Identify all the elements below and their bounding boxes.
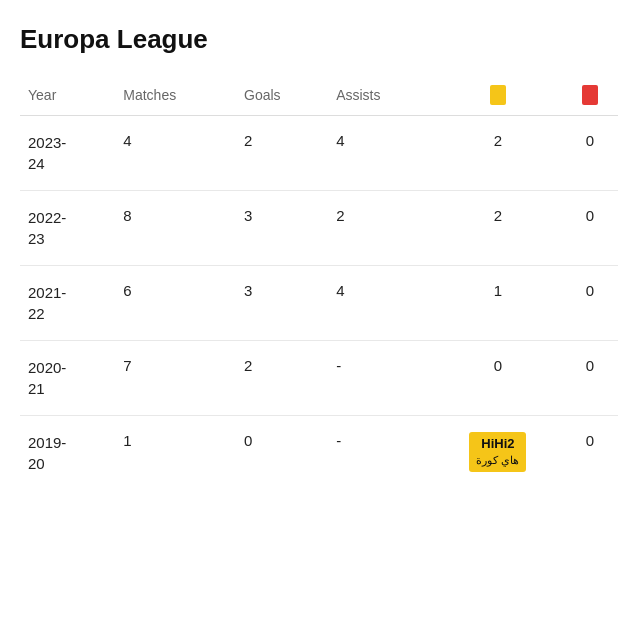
- table-row: 2019- 2010-HiHi2هاي كورة0: [20, 416, 618, 491]
- cell-yellow-cards: 1: [434, 266, 562, 341]
- cell-year: 2023- 24: [20, 116, 115, 191]
- table-row: 2020- 2172-00: [20, 341, 618, 416]
- table-row: 2023- 2442420: [20, 116, 618, 191]
- cell-red-cards: 0: [562, 116, 618, 191]
- cell-goals: 2: [236, 341, 328, 416]
- cell-assists: 4: [328, 266, 434, 341]
- cell-assists: -: [328, 416, 434, 491]
- watermark-badge: HiHi2هاي كورة: [469, 432, 526, 472]
- table-row: 2022- 2383220: [20, 191, 618, 266]
- col-header-assists: Assists: [328, 75, 434, 116]
- cell-red-cards: 0: [562, 266, 618, 341]
- stats-table: Year Matches Goals Assists 2023- 2442420…: [20, 75, 618, 490]
- col-header-yellow-card: [434, 75, 562, 116]
- cell-goals: 0: [236, 416, 328, 491]
- cell-yellow-cards: 2: [434, 116, 562, 191]
- red-card-icon: [582, 85, 598, 105]
- cell-matches: 6: [115, 266, 236, 341]
- col-header-goals: Goals: [236, 75, 328, 116]
- cell-year: 2022- 23: [20, 191, 115, 266]
- cell-assists: 4: [328, 116, 434, 191]
- cell-goals: 3: [236, 266, 328, 341]
- table-header-row: Year Matches Goals Assists: [20, 75, 618, 116]
- col-header-red-card: [562, 75, 618, 116]
- cell-yellow-cards: HiHi2هاي كورة: [434, 416, 562, 491]
- cell-year: 2019- 20: [20, 416, 115, 491]
- cell-assists: 2: [328, 191, 434, 266]
- watermark-line1: HiHi2: [481, 436, 514, 451]
- cell-assists: -: [328, 341, 434, 416]
- table-row: 2021- 2263410: [20, 266, 618, 341]
- cell-goals: 2: [236, 116, 328, 191]
- col-header-year: Year: [20, 75, 115, 116]
- cell-red-cards: 0: [562, 341, 618, 416]
- cell-matches: 8: [115, 191, 236, 266]
- cell-red-cards: 0: [562, 191, 618, 266]
- cell-matches: 1: [115, 416, 236, 491]
- yellow-card-icon: [490, 85, 506, 105]
- col-header-matches: Matches: [115, 75, 236, 116]
- watermark-line2: هاي كورة: [476, 453, 519, 468]
- cell-goals: 3: [236, 191, 328, 266]
- cell-red-cards: 0: [562, 416, 618, 491]
- cell-year: 2020- 21: [20, 341, 115, 416]
- cell-matches: 4: [115, 116, 236, 191]
- cell-matches: 7: [115, 341, 236, 416]
- cell-yellow-cards: 0: [434, 341, 562, 416]
- page-title: Europa League: [20, 24, 618, 55]
- cell-yellow-cards: 2: [434, 191, 562, 266]
- cell-year: 2021- 22: [20, 266, 115, 341]
